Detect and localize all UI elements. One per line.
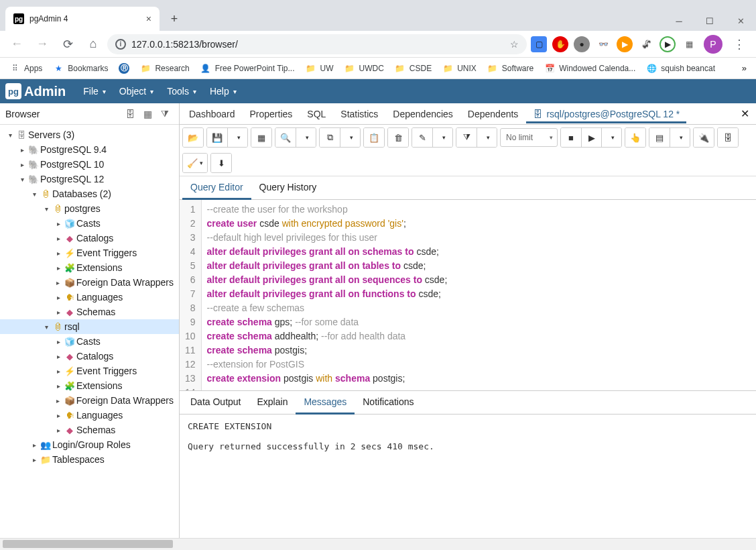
find-button[interactable]: 🔍	[275, 128, 296, 147]
tree-item[interactable]: ▾🛢rsql	[0, 319, 179, 334]
editor-tab[interactable]: Query Editor	[182, 176, 251, 200]
tree-item[interactable]: ▸🐘PostgreSQL 9.4	[0, 142, 179, 157]
tree-expander[interactable]: ▸	[54, 368, 63, 375]
paste-button[interactable]: 📋	[364, 128, 384, 147]
tree-item[interactable]: ▸⚡Event Triggers	[0, 364, 179, 378]
tree-expander[interactable]: ▾	[17, 176, 27, 183]
tree-expander[interactable]: ▸	[54, 427, 63, 434]
star-icon[interactable]: ☆	[510, 39, 519, 50]
explain-button[interactable]: 👆	[625, 128, 645, 147]
save-dropdown[interactable]	[227, 128, 247, 147]
tree-expander[interactable]: ▸	[54, 382, 63, 390]
tree-item[interactable]: ▾🗄Servers (3)	[0, 127, 179, 142]
address-bar[interactable]: i 127.0.0.1:58213/browser/ ☆	[107, 34, 527, 54]
clear-button[interactable]: 🧹	[183, 154, 207, 172]
tab-dashboard[interactable]: Dashboard	[182, 105, 242, 123]
tree-item[interactable]: ▸👥Login/Group Roles	[0, 437, 179, 452]
bookmark-item[interactable]: ⠿Apps	[5, 60, 46, 76]
execute-button[interactable]: ▶	[581, 128, 601, 147]
tab-properties[interactable]: Properties	[243, 105, 300, 123]
close-window-button[interactable]: ✕	[725, 11, 756, 31]
tree-expander[interactable]: ▸	[54, 309, 63, 316]
stop-button[interactable]: ■	[561, 128, 581, 147]
active-query-tab[interactable]: 🗄rsql/postgres@PostgreSQL 12 *	[526, 105, 686, 123]
bookmark-item[interactable]: 📁UW	[301, 60, 337, 76]
forward-button[interactable]: →	[31, 33, 54, 56]
browser-connect-icon[interactable]: 🗄	[121, 106, 139, 122]
ext-icon-4[interactable]: 👓	[595, 36, 611, 52]
tree-expander[interactable]: ▾	[29, 190, 39, 198]
home-button[interactable]: ⌂	[82, 33, 105, 56]
ext-icon-adblock[interactable]: ✋	[552, 36, 568, 52]
bookmark-item[interactable]: 📁Software	[483, 60, 538, 76]
tab-statistics[interactable]: Statistics	[334, 105, 385, 123]
bookmark-item[interactable]: ★Bookmarks	[49, 60, 112, 76]
object-tree[interactable]: ▾🗄Servers (3)▸🐘PostgreSQL 9.4▸🐘PostgreSQ…	[0, 125, 179, 538]
back-button[interactable]: ←	[5, 33, 28, 56]
tree-item[interactable]: ▸📦Foreign Data Wrappers	[0, 393, 179, 408]
reload-button[interactable]: ⟳	[56, 33, 79, 56]
tree-expander[interactable]: ▾	[42, 323, 51, 331]
connection-button[interactable]: 🔌	[694, 128, 714, 147]
menu-object[interactable]: Object	[113, 82, 160, 101]
browser-filter-icon[interactable]: ⧩	[156, 106, 174, 122]
bookmarks-overflow[interactable]: »	[738, 63, 751, 73]
tree-item[interactable]: ▸📦Foreign Data Wrappers	[0, 275, 179, 290]
menu-tools[interactable]: Tools	[160, 82, 203, 101]
bookmark-item[interactable]: Ⓡ	[115, 60, 133, 76]
new-tab-button[interactable]: +	[165, 9, 184, 28]
save-button[interactable]: 💾	[207, 128, 227, 147]
ext-icon-8[interactable]: ▦	[681, 36, 697, 52]
tab-sql[interactable]: SQL	[300, 105, 332, 123]
bookmark-item[interactable]: 👤Free PowerPoint Tip...	[196, 60, 299, 76]
tree-item[interactable]: ▸◆Catalogs	[0, 349, 179, 364]
edit-grid-button[interactable]: ▦	[251, 128, 271, 147]
copy-dropdown[interactable]	[340, 128, 360, 147]
kebab-menu[interactable]: ⋮	[728, 33, 751, 56]
scrollbar-thumb[interactable]	[3, 540, 173, 548]
bookmark-item[interactable]: 🌐squish beancat	[642, 60, 719, 76]
sql-editor[interactable]: 1234567891011121314 --create the user fo…	[180, 200, 756, 390]
execute-dropdown[interactable]	[601, 128, 621, 147]
macros-button[interactable]: 🗄	[718, 128, 738, 147]
tree-expander[interactable]: ▸	[54, 397, 63, 404]
tree-expander[interactable]: ▸	[54, 279, 63, 286]
tree-expander[interactable]: ▸	[29, 441, 39, 449]
tree-item[interactable]: ▸📁Tablespaces	[0, 452, 179, 467]
menu-help[interactable]: Help	[203, 82, 243, 101]
profile-avatar[interactable]: P	[704, 35, 722, 54]
ext-icon-6[interactable]: 🦨	[638, 36, 654, 52]
tree-expander[interactable]: ▾	[5, 131, 15, 139]
filter-button[interactable]: ⧩	[456, 128, 477, 147]
output-tab[interactable]: Notifications	[355, 391, 422, 414]
find-dropdown[interactable]	[296, 128, 316, 147]
close-panel-icon[interactable]: ✕	[737, 107, 753, 120]
bookmark-item[interactable]: 📁UWDC	[340, 60, 387, 76]
menu-file[interactable]: File	[76, 82, 113, 101]
tree-expander[interactable]: ▸	[54, 294, 63, 301]
bookmark-item[interactable]: 📁CSDE	[391, 60, 436, 76]
limit-select[interactable]: No limit	[500, 128, 558, 147]
open-file-button[interactable]: 📂	[183, 128, 203, 147]
maximize-button[interactable]: ☐	[694, 11, 725, 31]
minimize-button[interactable]: ─	[664, 11, 694, 31]
tree-expander[interactable]: ▸	[54, 250, 63, 257]
tree-item[interactable]: ▾🐘PostgreSQL 12	[0, 172, 179, 186]
bookmark-item[interactable]: 📁UNIX	[438, 60, 481, 76]
output-tab[interactable]: Explain	[249, 391, 296, 414]
editor-tab[interactable]: Query History	[251, 176, 325, 199]
ext-icon-5[interactable]: ▶	[617, 36, 633, 52]
edit-button[interactable]: ✎	[412, 128, 432, 147]
bookmark-item[interactable]: 📅Windowed Calenda...	[540, 60, 639, 76]
tree-expander[interactable]: ▸	[54, 338, 63, 345]
commit-dropdown[interactable]	[670, 128, 690, 147]
tree-item[interactable]: ▸◆Catalogs	[0, 231, 179, 245]
tree-item[interactable]: ▸🧩Extensions	[0, 378, 179, 393]
tree-item[interactable]: ▸🗣Languages	[0, 290, 179, 305]
tree-item[interactable]: ▸◆Schemas	[0, 423, 179, 437]
tab-dependencies[interactable]: Dependencies	[386, 105, 460, 123]
tree-expander[interactable]: ▾	[42, 205, 51, 213]
horizontal-scrollbar[interactable]	[0, 538, 756, 550]
bookmark-item[interactable]: 📁Research	[136, 60, 193, 76]
tree-expander[interactable]: ▸	[29, 456, 39, 463]
